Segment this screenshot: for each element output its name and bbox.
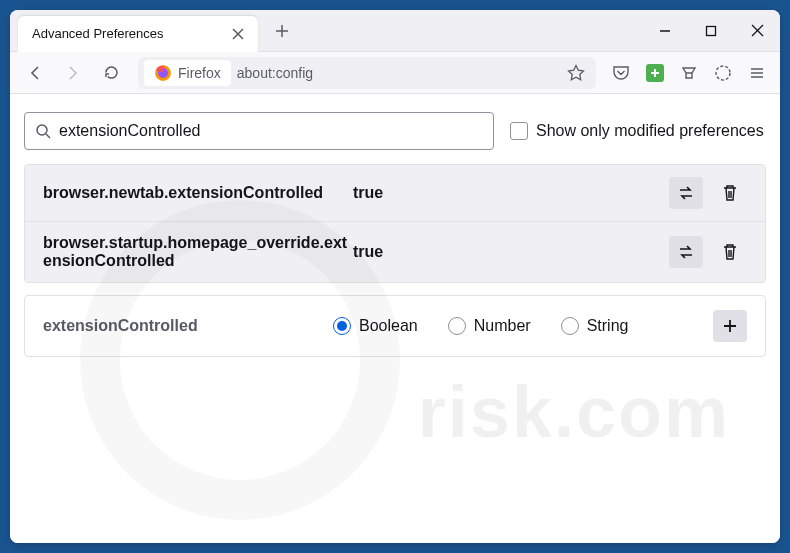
checkbox-label-text: Show only modified preferences xyxy=(536,122,764,140)
url-bar[interactable]: Firefox about:config xyxy=(138,57,596,89)
toggle-button[interactable] xyxy=(669,177,703,209)
radio-icon[interactable] xyxy=(561,317,579,335)
url-text: about:config xyxy=(237,65,562,81)
menu-button[interactable] xyxy=(742,58,772,88)
radio-icon[interactable] xyxy=(333,317,351,335)
preference-list: browser.newtab.extensionControlled true … xyxy=(24,164,766,283)
window-controls xyxy=(642,10,780,52)
radio-boolean[interactable]: Boolean xyxy=(333,317,418,335)
svg-rect-0 xyxy=(707,26,716,35)
bookmark-star-icon[interactable] xyxy=(562,59,590,87)
close-icon[interactable] xyxy=(228,24,248,44)
minimize-button[interactable] xyxy=(642,10,688,52)
identity-box[interactable]: Firefox xyxy=(144,60,231,86)
new-preference-row: extensionControlled Boolean Number Strin… xyxy=(24,295,766,357)
reload-button[interactable] xyxy=(94,57,128,89)
toggle-button[interactable] xyxy=(669,236,703,268)
delete-button[interactable] xyxy=(713,177,747,209)
checkbox-icon[interactable] xyxy=(510,122,528,140)
forward-button[interactable] xyxy=(56,57,90,89)
browser-tab[interactable]: Advanced Preferences xyxy=(18,16,258,52)
content-area: Show only modified preferences browser.n… xyxy=(10,94,780,543)
delete-button[interactable] xyxy=(713,236,747,268)
radio-string[interactable]: String xyxy=(561,317,629,335)
browser-window: Advanced Preferences Firefox about:confi… xyxy=(10,10,780,543)
show-modified-toggle[interactable]: Show only modified preferences xyxy=(510,122,764,140)
identity-label: Firefox xyxy=(178,65,221,81)
radio-icon[interactable] xyxy=(448,317,466,335)
toolbar: Firefox about:config xyxy=(10,52,780,94)
pocket-icon[interactable] xyxy=(606,58,636,88)
svg-point-3 xyxy=(716,66,730,80)
preference-name: browser.startup.homepage_override.extens… xyxy=(43,234,353,270)
search-input[interactable] xyxy=(59,122,483,140)
close-window-button[interactable] xyxy=(734,10,780,52)
preference-row: browser.startup.homepage_override.extens… xyxy=(25,221,765,282)
preference-value: true xyxy=(353,243,669,261)
preference-value: true xyxy=(353,184,669,202)
preference-name: browser.newtab.extensionControlled xyxy=(43,184,353,202)
svg-point-4 xyxy=(37,125,47,135)
firefox-icon xyxy=(154,64,172,82)
inbox-icon[interactable] xyxy=(674,58,704,88)
preference-row: browser.newtab.extensionControlled true xyxy=(25,165,765,221)
new-tab-button[interactable] xyxy=(266,15,298,47)
radio-number[interactable]: Number xyxy=(448,317,531,335)
account-icon[interactable] xyxy=(708,58,738,88)
titlebar: Advanced Preferences xyxy=(10,10,780,52)
back-button[interactable] xyxy=(18,57,52,89)
tab-title: Advanced Preferences xyxy=(32,26,228,41)
type-radio-group: Boolean Number String xyxy=(333,317,713,335)
search-icon xyxy=(35,123,51,139)
extension-icon[interactable] xyxy=(640,58,670,88)
new-preference-name: extensionControlled xyxy=(43,317,333,335)
add-button[interactable] xyxy=(713,310,747,342)
search-box[interactable] xyxy=(24,112,494,150)
maximize-button[interactable] xyxy=(688,10,734,52)
